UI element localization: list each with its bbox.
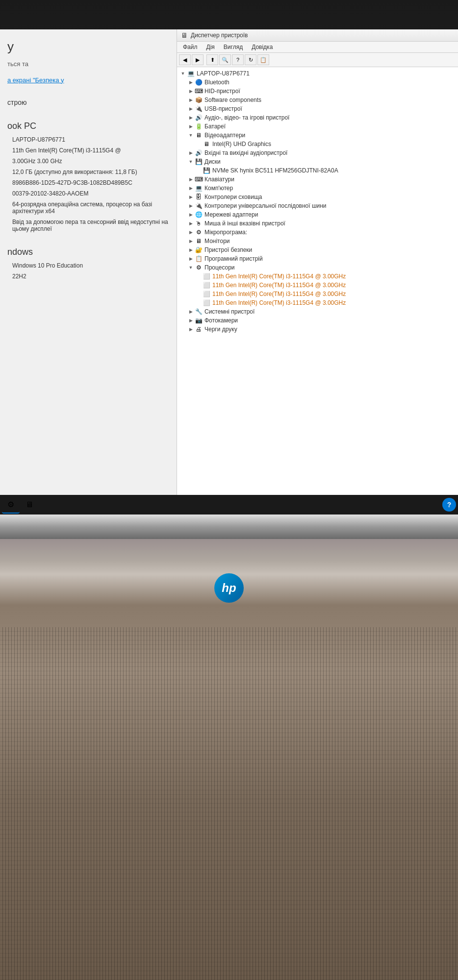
tree-node-icon: ⌨ <box>195 87 203 95</box>
tree-item[interactable]: ▼ ⚙ Процесори <box>177 263 458 272</box>
tree-item[interactable]: ⬜ 11th Gen Intel(R) Core(TM) i3-1115G4 @… <box>177 272 458 281</box>
tree-item[interactable]: ▶ 🔌 Контролери універсальної послідовної… <box>177 201 458 210</box>
tree-node-icon: 🖥 <box>203 140 210 148</box>
tree-node-icon: 💻 <box>195 184 203 192</box>
tree-node-label: Мікропрограма: <box>204 229 247 236</box>
tree-item[interactable]: ⬜ 11th Gen Intel(R) Core(TM) i3-1115G4 @… <box>177 298 458 307</box>
tree-item[interactable]: ▶ 💻 Комп'ютер <box>177 184 458 193</box>
device-id: 8986B886-1D25-427D-9C3B-1082BD489B5C <box>7 179 169 186</box>
tree-node-label: Батареї <box>204 123 226 130</box>
toolbar-forward[interactable]: ▶ <box>192 54 204 65</box>
tree-expander[interactable]: ▶ <box>187 317 195 324</box>
device-processor: 11th Gen Intel(R) Core(TM) i3-1115G4 @ <box>7 147 169 154</box>
tree-item[interactable]: ▶ 🖨 Черги друку <box>177 325 458 334</box>
menu-action[interactable]: Дія <box>203 43 219 51</box>
toolbar-properties[interactable]: 📋 <box>257 54 269 65</box>
menu-view[interactable]: Вигляд <box>220 43 247 51</box>
tree-expander[interactable]: ▶ <box>187 149 195 157</box>
tree-expander-empty <box>195 140 203 148</box>
tree-item[interactable]: ▼ 🖥 Відеоадаптери <box>177 131 458 140</box>
tree-node-label: Диски <box>204 158 221 165</box>
tree-item[interactable]: ▶ 🔧 Системні пристрої <box>177 307 458 316</box>
tree-item[interactable]: ⬜ 11th Gen Intel(R) Core(TM) i3-1115G4 @… <box>177 290 458 298</box>
tree-node-icon: 🔧 <box>195 308 203 316</box>
tree-expander[interactable]: ▶ <box>187 246 195 254</box>
tree-item[interactable]: ▶ 📷 Фотокамери <box>177 316 458 325</box>
menu-help[interactable]: Довідка <box>248 43 277 51</box>
tree-expander[interactable]: ▼ <box>187 264 195 271</box>
tree-expander[interactable]: ▶ <box>187 184 195 192</box>
tree-item[interactable]: ▶ ⌨ Клавіатури <box>177 175 458 184</box>
tree-node-label: Миша й інші вказівні пристрої <box>204 220 285 227</box>
tree-item[interactable]: ▶ 🔊 Аудіо-, відео- та ігрові пристрої <box>177 113 458 122</box>
tree-node-icon: ⬜ <box>203 281 210 289</box>
taskbar-device-manager[interactable]: 🖥 <box>21 496 38 514</box>
tree-item[interactable]: ▼ 💻 LAPTOP-U87P6771 <box>177 69 458 78</box>
tree-expander[interactable]: ▶ <box>187 228 195 236</box>
tree-item[interactable]: ▶ 🔵 Bluetooth <box>177 78 458 87</box>
security-link[interactable]: а екрані "Безпека у <box>7 76 169 84</box>
tree-expander[interactable]: ▶ <box>187 175 195 183</box>
tree-node-label: 11th Gen Intel(R) Core(TM) i3-1115G4 @ 3… <box>212 291 346 297</box>
tree-expander[interactable]: ▶ <box>187 122 195 130</box>
tree-expander[interactable]: ▶ <box>187 308 195 316</box>
taskbar: ⚙ 🖥 ? <box>0 495 458 514</box>
tree-item[interactable]: ▶ ⌨ HID-пристрої <box>177 87 458 96</box>
toolbar-help[interactable]: ? <box>232 54 244 65</box>
tree-node-label: Процесори <box>204 264 235 271</box>
tree-item[interactable]: ▶ 🌐 Мережеві адаптери <box>177 210 458 219</box>
tree-item[interactable]: ▶ 🔌 USB-пристрої <box>177 104 458 113</box>
tree-item[interactable]: ▶ ⚙ Мікропрограма: <box>177 228 458 237</box>
tree-node-icon: ⬜ <box>203 299 210 307</box>
tree-node-icon: 🔐 <box>195 246 203 254</box>
tree-item[interactable]: ▶ 🖥 Монітори <box>177 237 458 245</box>
tree-item[interactable]: ▶ 🗄 Контролери сховища <box>177 193 458 201</box>
tree-expander[interactable]: ▼ <box>187 158 195 166</box>
tree-item[interactable]: ⬜ 11th Gen Intel(R) Core(TM) i3-1115G4 @… <box>177 281 458 290</box>
tree-item[interactable]: ▶ 📦 Software components <box>177 96 458 104</box>
tree-item[interactable]: ▶ 🖱 Миша й інші вказівні пристрої <box>177 219 458 228</box>
tree-expander[interactable]: ▶ <box>187 114 195 122</box>
tree-node-icon: 📦 <box>195 96 203 104</box>
tree-node-label: USB-пристрої <box>204 105 242 112</box>
tree-expander[interactable]: ▶ <box>187 105 195 113</box>
tree-expander[interactable]: ▶ <box>187 211 195 219</box>
taskbar-help-button[interactable]: ? <box>442 498 456 512</box>
windows-section-header: ndows <box>7 247 169 257</box>
tree-expander[interactable]: ▶ <box>187 193 195 201</box>
menu-file[interactable]: Файл <box>179 43 202 51</box>
tree-node-label: 11th Gen Intel(R) Core(TM) i3-1115G4 @ 3… <box>212 273 346 280</box>
toolbar-up[interactable]: ⬆ <box>206 54 218 65</box>
tree-expander[interactable]: ▶ <box>187 96 195 104</box>
tree-expander[interactable]: ▼ <box>187 131 195 139</box>
tree-expander[interactable]: ▶ <box>187 78 195 86</box>
tree-item[interactable]: ▶ 🔐 Пристрої безпеки <box>177 245 458 254</box>
toolbar-search[interactable]: 🔍 <box>219 54 231 65</box>
tree-item[interactable]: ▶ 🔊 Вхідні та вихідні аудіопристрої <box>177 148 458 157</box>
tree-item[interactable]: 💾 NVMe SK hynix BC511 HFM256GDJTNI-82A0A <box>177 166 458 175</box>
toolbar-refresh[interactable]: ↻ <box>245 54 256 65</box>
taskbar-settings[interactable]: ⚙ <box>2 496 20 514</box>
tree-node-label: 11th Gen Intel(R) Core(TM) i3-1115G4 @ 3… <box>212 299 346 306</box>
tree-expander-empty <box>195 167 203 174</box>
left-panel-title: у <box>7 39 169 54</box>
speaker-grill <box>0 627 458 980</box>
tree-expander[interactable]: ▶ <box>187 202 195 210</box>
tree-node-icon: 🖥 <box>195 131 203 139</box>
tree-expander[interactable]: ▶ <box>187 325 195 333</box>
tree-item[interactable]: ▶ 📋 Програмний пристрій <box>177 254 458 263</box>
tree-expander[interactable]: ▼ <box>179 70 187 77</box>
tree-node-label: Контролери сховища <box>204 194 262 200</box>
tree-expander[interactable]: ▶ <box>187 87 195 95</box>
tree-expander[interactable]: ▶ <box>187 255 195 263</box>
toolbar-back[interactable]: ◀ <box>179 54 191 65</box>
tree-item[interactable]: ▶ 🔋 Батареї <box>177 122 458 131</box>
tree-node-icon: 🖱 <box>195 220 203 227</box>
tree-expander[interactable]: ▶ <box>187 220 195 227</box>
device-product-id: 00379-20102-34820-AAOEM <box>7 190 169 197</box>
tree-node-icon: ⬜ <box>203 290 210 298</box>
tree-expander[interactable]: ▶ <box>187 237 195 245</box>
tree-item[interactable]: ▼ 💾 Диски <box>177 157 458 166</box>
tree-node-icon: 🗄 <box>195 193 203 201</box>
tree-item[interactable]: 🖥 Intel(R) UHD Graphics <box>177 140 458 148</box>
